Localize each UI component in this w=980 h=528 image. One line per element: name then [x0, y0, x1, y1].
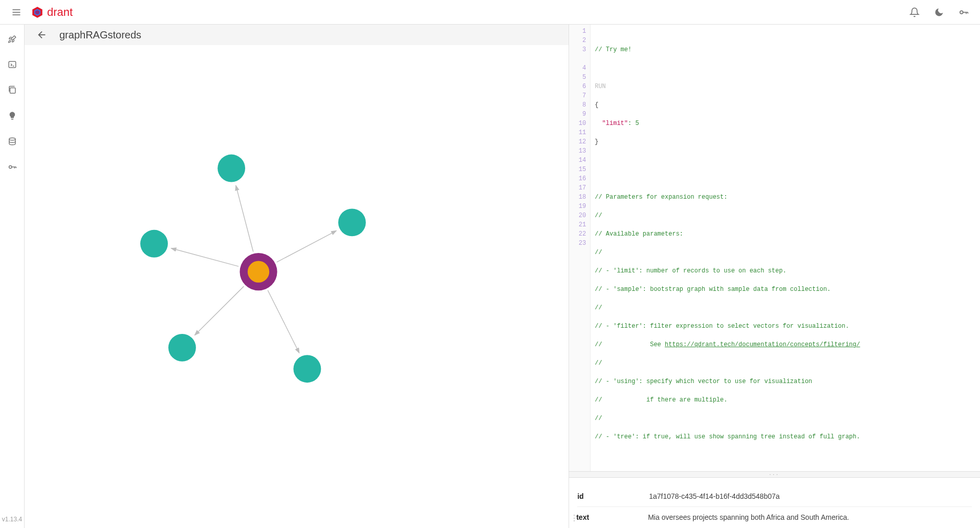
- notifications-icon[interactable]: [904, 2, 925, 23]
- brand-name: drant: [47, 6, 73, 19]
- svg-point-6: [960, 11, 963, 14]
- api-key-icon[interactable]: [953, 2, 974, 23]
- dark-mode-icon[interactable]: [929, 2, 949, 23]
- hamburger-icon[interactable]: [6, 2, 27, 23]
- brand-logo[interactable]: drant: [31, 6, 73, 19]
- top-bar: drant: [0, 0, 980, 25]
